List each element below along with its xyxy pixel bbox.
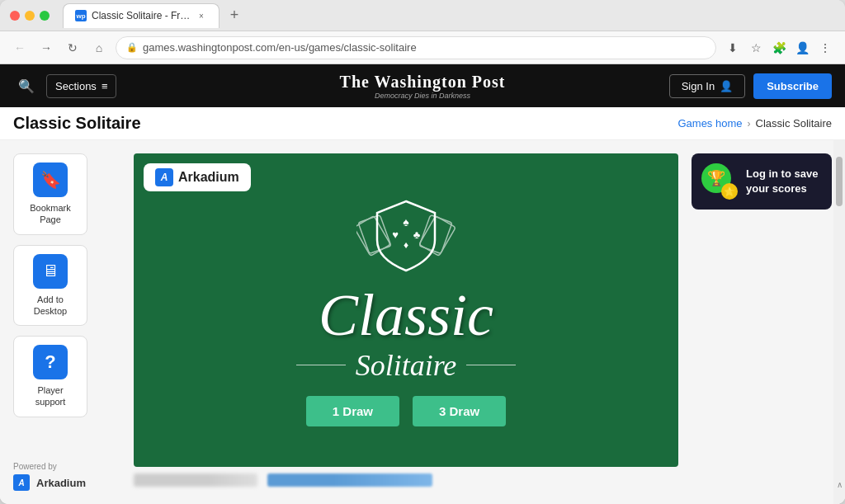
bookmark-toolbar-icon[interactable]: ☆ [746, 38, 766, 58]
bookmark-page-button[interactable]: 🔖 BookmarkPage [13, 153, 87, 235]
scrollbar-up-icon[interactable]: ∧ [837, 480, 843, 489]
draw-1-button[interactable]: 1 Draw [306, 396, 399, 426]
trophy-area: 🏆 ⭐ [701, 163, 738, 200]
lock-icon: 🔒 [126, 42, 138, 53]
url-text: games.washingtonpost.com/en-us/games/cla… [143, 41, 417, 54]
login-save-button[interactable]: 🏆 ⭐ Log in to save your scores [692, 153, 832, 210]
bottom-blurred-2 [267, 473, 432, 487]
browser-tab[interactable]: wp Classic Solitaire - Free Online… × [63, 3, 220, 28]
subscribe-label: Subscribe [767, 80, 819, 92]
wapo-tagline: Democracy Dies in Darkness [340, 92, 506, 100]
draw-buttons: 1 Draw 3 Draw [306, 396, 506, 426]
url-bar[interactable]: 🔒 games.washingtonpost.com/en-us/games/c… [116, 36, 716, 59]
breadcrumb-separator: › [748, 118, 751, 130]
arkadium-badge-icon: A [155, 168, 173, 186]
traffic-lights [10, 11, 50, 21]
game-title-divider: Solitaire [296, 348, 517, 383]
new-tab-button[interactable]: + [223, 4, 246, 27]
more-icon[interactable]: ⋮ [815, 38, 835, 58]
tab-favicon: wp [75, 10, 87, 21]
wapo-logo: The Washington Post Democracy Dies in Da… [340, 73, 506, 100]
refresh-button[interactable]: ↻ [63, 38, 83, 58]
toolbar-icons: ⬇ ☆ 🧩 👤 ⋮ [723, 38, 835, 58]
menu-icon: ≡ [101, 80, 108, 92]
wapo-actions: Sign In 👤 Subscribe [669, 73, 832, 99]
tabs-bar: wp Classic Solitaire - Free Online… × + [63, 3, 835, 28]
tab-title: Classic Solitaire - Free Online… [92, 10, 191, 21]
sign-in-label: Sign In [682, 80, 715, 92]
wapo-header: 🔍 Sections ≡ The Washington Post Democra… [0, 64, 845, 107]
arkadium-badge-text: Arkadium [178, 170, 239, 185]
login-save-text: Log in to save your scores [746, 167, 822, 196]
arkadium-name: Arkadium [36, 477, 86, 489]
powered-by-label: Powered by [13, 462, 57, 471]
profile-icon[interactable]: 👤 [792, 38, 812, 58]
search-button[interactable]: 🔍 [13, 73, 40, 99]
tab-close-icon[interactable]: × [196, 10, 207, 21]
svg-text:♦: ♦ [404, 239, 408, 251]
scrollbar-thumb[interactable] [836, 157, 843, 206]
svg-text:♥: ♥ [392, 228, 399, 241]
bookmark-icon: 🔖 [33, 163, 68, 197]
home-button[interactable]: ⌂ [89, 38, 109, 58]
arkadium-icon: A [13, 474, 30, 491]
sign-in-button[interactable]: Sign In 👤 [669, 74, 745, 98]
svg-text:♣: ♣ [413, 228, 421, 241]
game-frame[interactable]: A Arkadium [134, 153, 678, 467]
close-button[interactable] [10, 11, 20, 21]
main-area: 🔖 BookmarkPage 🖥 Add toDesktop ? Players… [0, 140, 845, 504]
right-panel: 🏆 ⭐ Log in to save your scores [692, 153, 832, 491]
desktop-label: Add toDesktop [34, 294, 67, 318]
svg-text:♠: ♠ [403, 215, 409, 228]
maximize-button[interactable] [40, 11, 50, 21]
powered-by: Powered by A Arkadium [13, 462, 120, 491]
subscribe-button[interactable]: Subscribe [753, 73, 832, 99]
extensions-icon[interactable]: 🧩 [769, 38, 789, 58]
breadcrumb-bar: Classic Solitaire Games home › Classic S… [0, 107, 845, 140]
game-title-classic: Classic [319, 285, 493, 345]
sections-button[interactable]: Sections ≡ [46, 74, 116, 98]
shield-svg: ♠ ♥ ♦ ♣ [356, 195, 456, 277]
support-label: Playersupport [35, 384, 66, 408]
svg-rect-1 [358, 214, 391, 253]
divider-left [296, 365, 346, 365]
arkadium-badge: A Arkadium [144, 163, 251, 191]
game-shield: ♠ ♥ ♦ ♣ [356, 195, 456, 277]
breadcrumb-nav: Games home › Classic Solitaire [677, 117, 832, 130]
game-area: A Arkadium [134, 153, 678, 491]
divider-right [466, 365, 516, 365]
breadcrumb-current: Classic Solitaire [756, 117, 832, 130]
address-bar: ← → ↻ ⌂ 🔒 games.washingtonpost.com/en-us… [0, 31, 845, 64]
support-icon: ? [33, 345, 68, 379]
wapo-logo-text[interactable]: The Washington Post [340, 73, 506, 92]
minimize-button[interactable] [25, 11, 35, 21]
forward-button[interactable]: → [36, 38, 56, 58]
games-home-link[interactable]: Games home [677, 117, 742, 130]
left-sidebar: 🔖 BookmarkPage 🖥 Add toDesktop ? Players… [13, 153, 120, 491]
desktop-icon: 🖥 [33, 254, 68, 289]
add-to-desktop-button[interactable]: 🖥 Add toDesktop [13, 245, 87, 327]
trophy-icon: 🏆 [707, 169, 725, 187]
browser-window: wp Classic Solitaire - Free Online… × + … [0, 0, 845, 504]
person-icon: 👤 [720, 80, 733, 92]
bookmark-label: BookmarkPage [30, 202, 71, 226]
page-content: 🔍 Sections ≡ The Washington Post Democra… [0, 64, 845, 504]
player-support-button[interactable]: ? Playersupport [13, 336, 87, 417]
scrollbar[interactable]: ∧ [833, 140, 845, 504]
page-title: Classic Solitaire [13, 114, 141, 133]
bottom-blurred-1 [134, 473, 257, 487]
back-button[interactable]: ← [10, 38, 30, 58]
draw-3-button[interactable]: 3 Draw [413, 396, 506, 426]
sections-label: Sections [55, 80, 97, 92]
title-bar: wp Classic Solitaire - Free Online… × + [0, 0, 845, 31]
downloads-icon[interactable]: ⬇ [723, 38, 743, 58]
arkadium-logo: A Arkadium [13, 474, 86, 491]
wapo-sections: 🔍 Sections ≡ [13, 73, 116, 99]
bottom-bars [134, 473, 678, 487]
game-title-solitaire: Solitaire [356, 348, 457, 383]
